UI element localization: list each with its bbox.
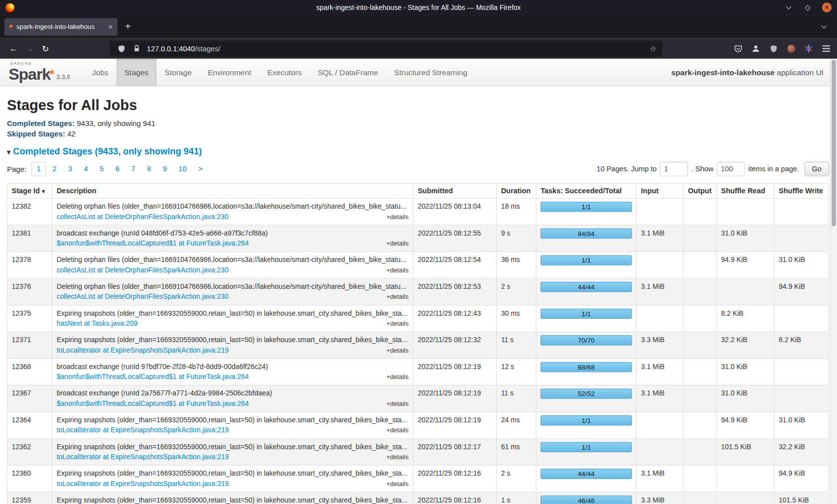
stage-callsite-link[interactable]: $anonfun$withThreadLocalCaptured$1 at Fu… — [57, 238, 249, 248]
menu-button[interactable] — [821, 43, 832, 54]
input-cell — [636, 198, 683, 225]
window-maximize-button[interactable]: ◇ — [803, 2, 812, 12]
details-toggle[interactable]: +details — [386, 399, 409, 409]
details-toggle[interactable]: +details — [386, 425, 409, 435]
details-toggle[interactable]: +details — [386, 452, 409, 462]
description-cell: Deleting orphan files (older_than=166910… — [52, 198, 414, 225]
stage-callsite-link[interactable]: $anonfun$withThreadLocalCaptured$1 at Fu… — [57, 372, 249, 381]
reload-button[interactable]: ↻ — [37, 43, 53, 53]
page-number-link[interactable]: 10 — [173, 162, 192, 176]
column-header[interactable]: Stage Id▾ — [7, 183, 52, 198]
page-number-link[interactable]: 9 — [157, 162, 172, 176]
extension-pinwheel-icon[interactable] — [803, 43, 814, 54]
column-header[interactable]: Duration — [497, 183, 536, 198]
column-header[interactable]: Input — [636, 183, 683, 198]
back-button[interactable]: ← — [5, 44, 21, 53]
forward-button[interactable]: → — [21, 44, 37, 53]
column-header[interactable]: Output — [684, 183, 716, 198]
page-number-link[interactable]: 3 — [63, 162, 77, 176]
page-number-link[interactable]: 5 — [94, 162, 109, 176]
adblock-shield-icon[interactable] — [768, 43, 779, 54]
details-toggle[interactable]: +details — [386, 319, 409, 329]
show-text: . Show — [692, 165, 713, 173]
description-cell: broadcast exchange (runId 2a75677f-a771-… — [52, 385, 414, 412]
stages-table-body: 12382 Deleting orphan files (older_than=… — [7, 198, 829, 504]
window-close-button[interactable]: × — [822, 2, 832, 12]
stage-callsite-link[interactable]: collectAsList at DeleteOrphanFilesSparkA… — [57, 265, 229, 275]
spark-nav-item[interactable]: Structured Streaming — [386, 59, 475, 86]
stage-callsite-link[interactable]: $anonfun$withThreadLocalCaptured$1 at Fu… — [57, 398, 249, 408]
summary-link[interactable]: Skipped Stages: — [7, 129, 65, 138]
tasks-progress-label: 46/46 — [578, 497, 595, 504]
stage-callsite-link[interactable]: toLocalIterator at ExpireSnapshotsSparkA… — [57, 345, 229, 355]
pocket-icon[interactable] — [733, 43, 743, 54]
column-header[interactable]: Description — [52, 183, 414, 198]
spark-nav-item[interactable]: Executors — [259, 59, 309, 86]
url-bar[interactable]: 127.0.0.1:4040/stages/ ☆ — [110, 40, 663, 56]
page-number-link[interactable]: 1 — [31, 162, 46, 176]
submitted-cell: 2022/11/25 08:12:53 — [413, 278, 496, 305]
site-info-lock-icon[interactable] — [132, 43, 142, 54]
details-toggle[interactable]: +details — [386, 212, 409, 222]
shuffle-read-cell: 94.9 KiB — [716, 412, 774, 439]
duration-cell: 2 s — [497, 465, 536, 492]
input-cell: 3.1 MiB — [636, 278, 683, 305]
column-header[interactable]: Shuffle Read — [716, 183, 774, 198]
spark-nav-item[interactable]: Environment — [200, 59, 259, 86]
spark-nav-item[interactable]: Stages — [117, 59, 157, 86]
page-number-link[interactable]: 6 — [110, 162, 125, 176]
items-per-page-input[interactable] — [716, 162, 745, 176]
stage-callsite-link[interactable]: collectAsList at DeleteOrphanFilesSparkA… — [57, 212, 229, 222]
submitted-cell: 2022/11/25 08:12:43 — [413, 305, 496, 332]
summary-link[interactable]: Completed Stages: — [7, 119, 75, 127]
spark-nav-item[interactable]: Jobs — [84, 59, 117, 86]
shuffle-write-cell — [774, 305, 829, 332]
column-header[interactable]: Shuffle Write — [774, 183, 829, 198]
stage-description: Expiring snapshots (older_than=166932055… — [57, 308, 409, 318]
details-toggle[interactable]: +details — [386, 479, 409, 489]
details-toggle[interactable]: +details — [386, 292, 409, 302]
spark-nav-item[interactable]: SQL / DataFrame — [310, 59, 386, 86]
tasks-progress-bar: 1/1 — [541, 202, 632, 212]
page-number-link[interactable]: 7 — [126, 162, 140, 176]
page-number-link[interactable]: 8 — [141, 162, 156, 176]
profile-avatar-icon[interactable] — [786, 43, 796, 54]
duration-cell: 24 ms — [497, 412, 536, 439]
details-toggle[interactable]: +details — [386, 265, 409, 275]
go-button[interactable]: Go — [805, 162, 829, 176]
account-icon[interactable] — [750, 43, 761, 54]
spark-logo[interactable]: APACHE Spark * 3.3.0 — [6, 59, 76, 86]
scrollbar-thumb[interactable] — [832, 60, 836, 226]
new-tab-button[interactable]: + — [125, 21, 131, 33]
window-minimize-button[interactable] — [784, 2, 793, 12]
tasks-cell: 1/1 — [536, 412, 637, 439]
page-number-link[interactable]: 4 — [79, 162, 93, 176]
stage-callsite-link[interactable]: hasNext at Tasks.java:209 — [57, 318, 138, 328]
stage-callsite-link[interactable]: toLocalIterator at ExpireSnapshotsSparkA… — [57, 425, 229, 435]
page-scrollbar[interactable] — [830, 59, 837, 504]
stage-callsite-link[interactable]: collectAsList at DeleteOrphanFilesSparkA… — [57, 291, 229, 301]
column-header[interactable]: Submitted — [413, 183, 496, 198]
column-header[interactable]: Tasks: Succeeded/Total — [536, 183, 637, 198]
stage-callsite-link[interactable]: toLocalIterator at ExpireSnapshotsSparkA… — [57, 479, 229, 489]
submitted-cell: 2022/11/25 08:12:54 — [413, 252, 496, 278]
description-cell: Expiring snapshots (older_than=166932055… — [52, 305, 414, 332]
details-toggle[interactable]: +details — [386, 239, 409, 249]
bookmark-star-icon[interactable]: ☆ — [650, 44, 656, 53]
tracking-protection-shield-icon[interactable] — [116, 43, 127, 54]
details-toggle[interactable]: +details — [386, 372, 409, 382]
completed-stages-section-toggle[interactable]: ▾Completed Stages (9433, only showing 94… — [7, 146, 829, 157]
browser-tab[interactable]: * spark-ingest-into-lakehous × — [4, 18, 118, 35]
page-number-link[interactable]: 2 — [47, 162, 61, 176]
tasks-cell: 70/70 — [536, 332, 637, 359]
details-toggle[interactable]: +details — [386, 346, 409, 356]
shuffle-read-cell — [716, 465, 774, 492]
stage-callsite-link[interactable]: toLocalIterator at ExpireSnapshotsSparkA… — [57, 452, 229, 462]
spark-nav-item[interactable]: Storage — [156, 59, 200, 86]
stage-description: broadcast exchange (runId 2a75677f-a771-… — [57, 388, 409, 398]
list-all-tabs-button[interactable] — [819, 22, 829, 31]
shuffle-write-cell — [774, 198, 829, 225]
page-number-link[interactable]: > — [193, 162, 208, 176]
jump-to-page-input[interactable] — [660, 162, 688, 176]
tab-close-icon[interactable]: × — [108, 22, 113, 31]
